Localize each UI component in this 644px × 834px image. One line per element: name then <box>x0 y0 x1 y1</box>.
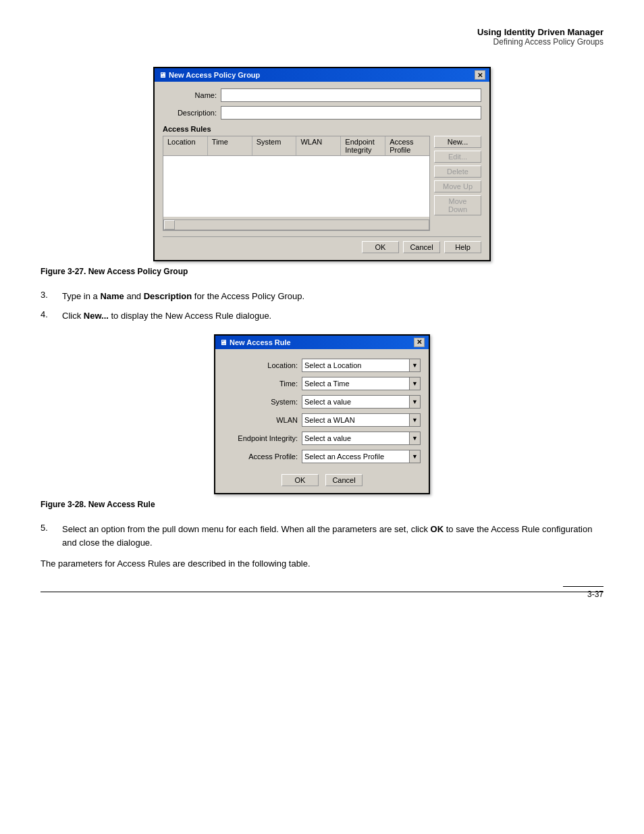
nar-time-row: Time: ▼ <box>223 377 421 390</box>
move-up-button[interactable]: Move Up <box>434 180 481 192</box>
napg-dialog: 🖥 New Access Policy Group ✕ Name: Descri… <box>153 67 491 261</box>
para-text: The parameters for Access Rules are desc… <box>41 557 603 571</box>
step-3-name-bold: Name <box>100 291 124 301</box>
nar-wlan-label: WLAN <box>223 416 298 424</box>
napg-desc-input[interactable] <box>221 106 481 120</box>
grid-body <box>163 156 429 217</box>
napg-ok-cancel-row: OK Cancel Help <box>163 236 481 253</box>
nar-system-arrow[interactable]: ▼ <box>410 395 421 409</box>
nar-endpoint-arrow[interactable]: ▼ <box>410 432 421 445</box>
step-3-text: Type in a Name and Description for the A… <box>62 290 304 304</box>
napg-body: Name: Description: Access Rules Location… <box>155 82 489 260</box>
col-access-profile: Access Profile <box>385 136 429 155</box>
figure-27-container: 🖥 New Access Policy Group ✕ Name: Descri… <box>41 67 603 276</box>
napg-action-buttons: New... Edit... Delete Move Up Move Down <box>434 136 481 231</box>
nar-body: Location: ▼ Time: ▼ System: <box>215 349 429 493</box>
nar-access-profile-arrow[interactable]: ▼ <box>410 450 421 463</box>
nar-access-profile-row: Access Profile: ▼ <box>223 450 421 463</box>
nar-time-label: Time: <box>223 380 298 388</box>
napg-name-input[interactable] <box>221 88 481 102</box>
header-title-bold: Using Identity Driven Manager <box>41 27 603 37</box>
nar-location-select-container: ▼ <box>302 359 421 372</box>
access-rules-label: Access Rules <box>163 125 481 133</box>
page: Using Identity Driven Manager Defining A… <box>0 0 644 626</box>
step-3: 3. Type in a Name and Description for th… <box>41 290 603 304</box>
nar-ok-cancel-row: OK Cancel <box>223 470 421 486</box>
figure-27-caption: Figure 3-27. New Access Policy Group <box>41 267 188 276</box>
nar-wlan-select-container: ▼ <box>302 413 421 427</box>
access-rules-grid-wrapper: Location Time System WLAN Endpoint Integ… <box>163 136 430 231</box>
edit-button[interactable]: Edit... <box>434 151 481 163</box>
step-4-num: 4. <box>41 309 54 323</box>
delete-button[interactable]: Delete <box>434 165 481 178</box>
step-4: 4. Click New... to display the New Acces… <box>41 309 603 323</box>
nar-location-label: Location: <box>223 361 298 369</box>
nar-time-arrow[interactable]: ▼ <box>410 377 421 390</box>
step-5-num: 5. <box>41 523 54 551</box>
step-3-num: 3. <box>41 290 54 304</box>
nar-time-select[interactable] <box>302 377 410 390</box>
nar-location-select[interactable] <box>302 359 410 372</box>
scrollbar-thumb[interactable] <box>164 220 175 230</box>
nar-wlan-arrow[interactable]: ▼ <box>410 413 421 427</box>
col-location: Location <box>163 136 208 155</box>
step-4-new-bold: New... <box>84 311 109 321</box>
nar-endpoint-select[interactable] <box>302 432 410 445</box>
nar-access-profile-select-container: ▼ <box>302 450 421 463</box>
nar-endpoint-row: Endpoint Integrity: ▼ <box>223 432 421 445</box>
figure-28-caption: Figure 3-28. New Access Rule <box>41 500 155 509</box>
nar-ok-button[interactable]: OK <box>281 474 319 486</box>
step-5-ok-bold: OK <box>431 524 444 534</box>
access-rules-section: Access Rules Location Time System WLAN E… <box>163 125 481 231</box>
napg-name-row: Name: <box>163 88 481 102</box>
napg-ok-button[interactable]: OK <box>362 241 399 253</box>
nar-title-icon: 🖥 <box>219 338 227 346</box>
nar-location-row: Location: ▼ <box>223 359 421 372</box>
col-time: Time <box>208 136 252 155</box>
napg-name-label: Name: <box>163 91 217 99</box>
nar-titlebar: 🖥 New Access Rule ✕ <box>215 336 429 349</box>
napg-desc-row: Description: <box>163 106 481 120</box>
step-4-text: Click New... to display the New Access R… <box>62 309 271 323</box>
nar-wlan-row: WLAN ▼ <box>223 413 421 427</box>
col-endpoint: Endpoint Integrity <box>341 136 385 155</box>
move-down-button[interactable]: Move Down <box>434 195 481 215</box>
nar-title-text: New Access Rule <box>230 338 291 346</box>
nar-system-label: System: <box>223 398 298 406</box>
new-button[interactable]: New... <box>434 136 481 148</box>
nar-access-profile-label: Access Profile: <box>223 452 298 461</box>
figure-28-container: 🖥 New Access Rule ✕ Location: ▼ Time: <box>41 334 603 509</box>
page-number: 3-37 <box>563 586 603 599</box>
footer-rule <box>41 592 603 592</box>
nar-access-profile-select[interactable] <box>302 450 410 463</box>
step-5: 5. Select an option from the pull down m… <box>41 523 603 551</box>
napg-titlebar: 🖥 New Access Policy Group ✕ <box>155 68 489 82</box>
header-title-sub: Defining Access Policy Groups <box>41 37 603 47</box>
napg-close-button[interactable]: ✕ <box>475 70 485 80</box>
grid-header: Location Time System WLAN Endpoint Integ… <box>163 136 429 156</box>
access-rules-table-area: Location Time System WLAN Endpoint Integ… <box>163 136 481 231</box>
step-5-text: Select an option from the pull down menu… <box>62 523 603 551</box>
napg-help-button[interactable]: Help <box>444 241 481 253</box>
napg-desc-label: Description: <box>163 109 217 117</box>
step-3-desc-bold: Description <box>144 291 192 301</box>
col-system: System <box>252 136 297 155</box>
nar-time-select-container: ▼ <box>302 377 421 390</box>
scrollbar-horizontal[interactable] <box>163 219 429 230</box>
page-header: Using Identity Driven Manager Defining A… <box>41 27 603 47</box>
nar-wlan-select[interactable] <box>302 413 410 427</box>
napg-cancel-button[interactable]: Cancel <box>403 241 440 253</box>
nar-system-select[interactable] <box>302 395 410 409</box>
nar-cancel-button[interactable]: Cancel <box>325 474 363 486</box>
nar-endpoint-select-container: ▼ <box>302 432 421 445</box>
nar-endpoint-label: Endpoint Integrity: <box>223 434 298 442</box>
nar-system-select-container: ▼ <box>302 395 421 409</box>
nar-system-row: System: ▼ <box>223 395 421 409</box>
napg-title-text: New Access Policy Group <box>169 71 260 79</box>
nar-close-button[interactable]: ✕ <box>414 338 425 347</box>
col-wlan: WLAN <box>296 136 341 155</box>
nar-dialog: 🖥 New Access Rule ✕ Location: ▼ Time: <box>214 334 430 494</box>
nar-location-arrow[interactable]: ▼ <box>410 359 421 372</box>
napg-title-icon: 🖥 <box>159 71 166 79</box>
